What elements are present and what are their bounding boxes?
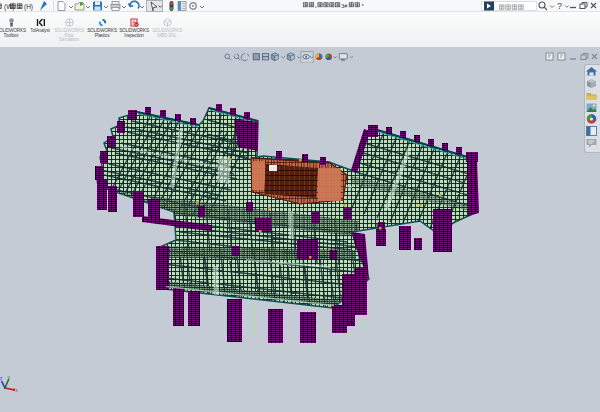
svg-text:y: y [8, 375, 11, 380]
svg-text:z: z [0, 376, 3, 381]
svg-text:*: * [361, 3, 364, 9]
svg-text:?: ? [557, 1, 562, 11]
svg-text:x: x [16, 388, 19, 393]
svg-text:3#: 3# [341, 2, 348, 8]
